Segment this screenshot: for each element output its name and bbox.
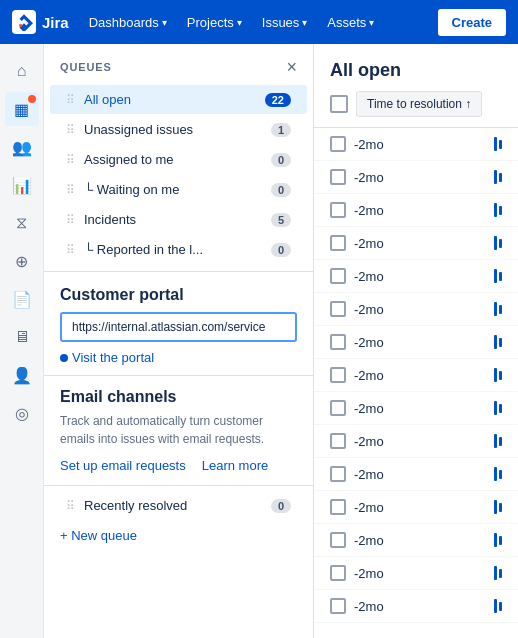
new-queue-button[interactable]: + New queue — [44, 521, 313, 550]
queue-item-count: 5 — [271, 213, 291, 227]
home-icon[interactable]: ⌂ — [5, 54, 39, 88]
nav-dashboards[interactable]: Dashboards ▾ — [81, 9, 175, 36]
issue-time: -2mo — [354, 533, 486, 548]
queue-item-label: Incidents — [84, 212, 265, 227]
close-button[interactable]: × — [286, 58, 297, 76]
add-circle-icon[interactable]: ⊕ — [5, 244, 39, 278]
issue-time: -2mo — [354, 335, 486, 350]
issue-time: -2mo — [354, 599, 486, 614]
priority-bars — [494, 599, 502, 613]
issue-row[interactable]: -2mo — [314, 293, 518, 326]
issue-checkbox[interactable] — [330, 466, 346, 482]
queue-item-count: 0 — [271, 243, 291, 257]
queue-item-reported[interactable]: ⠿ └ Reported in the l... 0 — [50, 235, 307, 264]
priority-bars — [494, 203, 502, 217]
issue-time: -2mo — [354, 269, 486, 284]
issue-checkbox[interactable] — [330, 334, 346, 350]
issue-row[interactable]: -2mo — [314, 194, 518, 227]
issue-checkbox[interactable] — [330, 169, 346, 185]
nav-projects[interactable]: Projects ▾ — [179, 9, 250, 36]
issue-row[interactable]: -2mo — [314, 326, 518, 359]
priority-bars — [494, 533, 502, 547]
add-person-icon[interactable]: 👤 — [5, 358, 39, 392]
issue-time: -2mo — [354, 203, 486, 218]
learn-more-link[interactable]: Learn more — [202, 458, 268, 473]
queue-item-all-open[interactable]: ⠿ All open 22 — [50, 85, 307, 114]
chevron-down-icon: ▾ — [237, 17, 242, 28]
queue-item-label: └ Reported in the l... — [84, 242, 265, 257]
people-icon[interactable]: 👥 — [5, 130, 39, 164]
issue-row[interactable]: -2mo — [314, 227, 518, 260]
queue-item-count: 0 — [271, 499, 291, 513]
sort-button[interactable]: Time to resolution ↑ — [356, 91, 482, 117]
drag-handle-icon: ⠿ — [66, 93, 78, 107]
visit-portal-link[interactable]: Visit the portal — [60, 350, 297, 365]
issue-row[interactable]: -2mo — [314, 491, 518, 524]
issue-row[interactable]: -2mo — [314, 425, 518, 458]
issue-row[interactable]: -2mo — [314, 161, 518, 194]
issue-time: -2mo — [354, 566, 486, 581]
nav-assets[interactable]: Assets ▾ — [319, 9, 382, 36]
issue-checkbox[interactable] — [330, 235, 346, 251]
queue-item-assigned-to-me[interactable]: ⠿ Assigned to me 0 — [50, 145, 307, 174]
issue-checkbox[interactable] — [330, 136, 346, 152]
issue-row[interactable]: -2mo — [314, 392, 518, 425]
drag-handle-icon: ⠿ — [66, 243, 78, 257]
compass-icon[interactable]: ◎ — [5, 396, 39, 430]
issue-row[interactable]: -2mo — [314, 359, 518, 392]
bar-icon — [494, 203, 497, 217]
bar-icon — [499, 140, 502, 149]
issue-checkbox[interactable] — [330, 301, 346, 317]
drag-handle-icon: ⠿ — [66, 123, 78, 137]
issue-time: -2mo — [354, 434, 486, 449]
bar-icon — [494, 137, 497, 151]
issue-checkbox[interactable] — [330, 268, 346, 284]
priority-bars — [494, 236, 502, 250]
drag-handle-icon: ⠿ — [66, 183, 78, 197]
issue-row[interactable]: -2mo — [314, 524, 518, 557]
issue-checkbox[interactable] — [330, 433, 346, 449]
bar-icon — [494, 269, 497, 283]
drag-handle-icon: ⠿ — [66, 153, 78, 167]
chart-icon[interactable]: 📊 — [5, 168, 39, 202]
monitor-icon[interactable]: 🖥 — [5, 320, 39, 354]
flow-icon[interactable]: ⧖ — [5, 206, 39, 240]
bar-icon — [499, 437, 502, 446]
issues-list: -2mo -2mo -2mo — [314, 128, 518, 638]
issue-checkbox[interactable] — [330, 532, 346, 548]
document-icon[interactable]: 📄 — [5, 282, 39, 316]
issue-row[interactable]: -2mo — [314, 128, 518, 161]
priority-bars — [494, 566, 502, 580]
setup-email-requests-link[interactable]: Set up email requests — [60, 458, 186, 473]
bar-icon — [494, 236, 497, 250]
queue-item-waiting-on-me[interactable]: ⠿ └ Waiting on me 0 — [50, 175, 307, 204]
issue-time: -2mo — [354, 137, 486, 152]
create-button[interactable]: Create — [438, 9, 506, 36]
issue-checkbox[interactable] — [330, 598, 346, 614]
drag-handle-icon: ⠿ — [66, 499, 78, 513]
issue-checkbox[interactable] — [330, 400, 346, 416]
bar-icon — [499, 569, 502, 578]
issue-checkbox[interactable] — [330, 565, 346, 581]
issue-row[interactable]: -2mo — [314, 458, 518, 491]
portal-url-input[interactable]: https://internal.atlassian.com/service — [60, 312, 297, 342]
issue-row[interactable]: -2mo — [314, 557, 518, 590]
issue-checkbox[interactable] — [330, 499, 346, 515]
nav-issues[interactable]: Issues ▾ — [254, 9, 316, 36]
queue-item-incidents[interactable]: ⠿ Incidents 5 — [50, 205, 307, 234]
issue-checkbox[interactable] — [330, 367, 346, 383]
jira-logo[interactable]: Jira — [12, 10, 69, 34]
queue-item-count: 22 — [265, 93, 291, 107]
issue-checkbox[interactable] — [330, 202, 346, 218]
issue-row[interactable]: -2mo — [314, 260, 518, 293]
email-channels-section: Email channels Track and automatically t… — [44, 375, 313, 485]
board-icon[interactable]: ▦ — [5, 92, 39, 126]
select-all-checkbox[interactable] — [330, 95, 348, 113]
issues-header: All open Time to resolution ↑ — [314, 44, 518, 128]
queue-item-label: Unassigned issues — [84, 122, 265, 137]
queue-item-unassigned[interactable]: ⠿ Unassigned issues 1 — [50, 115, 307, 144]
bar-icon — [494, 599, 497, 613]
queue-item-recently-resolved[interactable]: ⠿ Recently resolved 0 — [50, 491, 307, 520]
top-navigation: Jira Dashboards ▾ Projects ▾ Issues ▾ As… — [0, 0, 518, 44]
issue-row[interactable]: -2mo — [314, 590, 518, 623]
